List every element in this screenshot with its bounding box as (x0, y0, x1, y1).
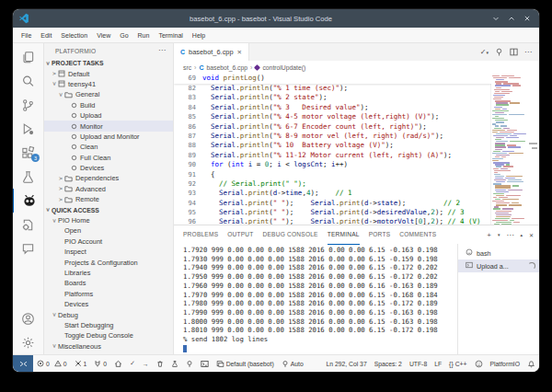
close-panel-icon[interactable]: ✕ (529, 232, 534, 238)
minimap[interactable] (490, 74, 526, 225)
code-line[interactable]: 82 Serial.println("% 1 time (sec)"); (174, 84, 491, 93)
platformio-status[interactable]: PlatformIO (487, 361, 523, 367)
explorer-icon[interactable] (13, 45, 43, 69)
panel-more-icon[interactable]: ⋯ (506, 231, 513, 239)
tree-item-start-debugging[interactable]: Start Debugging (44, 320, 173, 330)
tree-item-debug[interactable]: >Debug (44, 309, 173, 319)
chat-icon[interactable] (13, 236, 43, 260)
chevron-right-icon[interactable]: > (51, 70, 58, 77)
menu-run[interactable]: Run (133, 32, 155, 39)
panel-tab-output[interactable]: OUTPUT (227, 225, 253, 245)
tab-basebot-6-cpp[interactable]: C basebot_6.cpp ✕ (174, 43, 249, 61)
breadcrumb-item[interactable]: controlUpdate() (262, 64, 305, 71)
cursor-position[interactable]: Ln 292, Col 37 (322, 361, 370, 367)
tree-item-devices[interactable]: Devices (44, 163, 173, 173)
testing-icon[interactable] (13, 165, 43, 189)
pio-port-selector[interactable]: Auto (278, 355, 307, 372)
indentation-setting[interactable]: Spaces: 2 (371, 361, 406, 367)
pio-terminal-button[interactable] (197, 355, 213, 372)
maximize-button[interactable] (508, 15, 515, 22)
terminal-instance-upload-a-[interactable]: Upload a... (458, 259, 539, 272)
chevron-down-icon[interactable]: > (51, 311, 58, 318)
editor-more-icon[interactable]: ⋯ (524, 48, 532, 56)
code-line[interactable]: 87 Serial.println("% 8-9 motor vel (left… (174, 132, 491, 141)
code-line[interactable]: 85 Serial.println("% 4-5 motor voltage (… (174, 112, 491, 121)
minimize-button[interactable] (492, 15, 500, 22)
sidebar-more-icon[interactable]: ⋯ (158, 48, 166, 53)
chevron-right-icon[interactable]: > (57, 196, 64, 203)
menu-file[interactable]: File (17, 32, 36, 39)
tree-item-teensy41[interactable]: >teensy41 (44, 79, 173, 89)
tree-item-platforms[interactable]: Platforms (44, 289, 173, 299)
pio-upload-button[interactable]: → (139, 355, 153, 372)
code-line[interactable]: 84 Serial.println("% 3 Desired value"); (174, 103, 491, 112)
overview-ruler[interactable] (526, 74, 539, 225)
source-control-icon[interactable] (13, 93, 43, 117)
code-line[interactable]: 89 Serial.println("% 11-12 Motor current… (174, 151, 491, 160)
remote-indicator[interactable] (13, 355, 33, 372)
pio-serial-monitor-button[interactable] (182, 355, 197, 372)
code-line[interactable]: 93 Serial.print(d->time,4); // 1 (174, 189, 491, 198)
ports-status[interactable]: 0 (90, 355, 110, 372)
pio-test-button[interactable] (167, 355, 182, 372)
pio-clean-button[interactable] (153, 355, 167, 372)
pio-home-button[interactable] (110, 355, 126, 372)
tree-item-devices[interactable]: Devices (44, 299, 173, 309)
tree-item-projects-configuration[interactable]: Projects & Configuration (44, 257, 173, 267)
platformio-icon[interactable] (13, 189, 44, 213)
code-line[interactable]: 83 Serial.println("% 2 state"); (174, 93, 491, 102)
tree-item-boards[interactable]: Boards (44, 278, 173, 288)
tree-item-upload-and-monitor[interactable]: Upload and Monitor (44, 132, 173, 142)
code-line[interactable]: 88 Serial.println("% 10 Battery voltage … (174, 141, 491, 150)
tree-item-dependencies[interactable]: >Dependencies (44, 173, 173, 183)
tree-item-full-clean[interactable]: Full Clean (44, 153, 173, 163)
sticky-code-line[interactable]: 69void printLog() (174, 74, 491, 84)
breadcrumb-item[interactable]: basebot_6.cpp (206, 64, 247, 71)
tree-item-pio-account[interactable]: PIO Account (44, 236, 173, 247)
section-quick-access[interactable]: >QUICK ACCESS (44, 204, 173, 214)
tree-item-build[interactable]: Build (44, 100, 173, 110)
menu-edit[interactable]: Edit (36, 32, 56, 39)
tab-close-icon[interactable]: ✕ (237, 49, 242, 56)
serial-monitor-icon[interactable] (495, 48, 503, 56)
terminal-dropdown-icon[interactable]: ▾ (498, 232, 500, 237)
new-terminal-icon[interactable]: + (487, 231, 491, 239)
section-project-tasks[interactable]: >PROJECT TASKS (44, 58, 173, 68)
menu-go[interactable]: Go (115, 32, 132, 39)
search-icon[interactable] (13, 69, 43, 93)
code-editor[interactable]: 69void printLog() 82 Serial.println("% 1… (174, 74, 539, 225)
pio-env-selector[interactable]: Default (basebot) (213, 355, 278, 372)
tree-item-pio-home[interactable]: >PIO Home (44, 215, 173, 225)
code-line[interactable]: 86 Serial.println("% 6-7 Encoder count (… (174, 122, 491, 132)
menu-view[interactable]: View (92, 32, 115, 39)
maximize-panel-icon[interactable]: ▴ (520, 232, 523, 237)
chevron-down-icon[interactable]: > (51, 217, 58, 225)
code-line[interactable]: 91 { (174, 170, 491, 179)
run-task-icon[interactable]: ✓▾ (480, 48, 489, 56)
tree-item-open[interactable]: Open (44, 225, 173, 236)
menu-terminal[interactable]: Terminal (154, 32, 187, 39)
chevron-right-icon[interactable]: > (57, 185, 64, 192)
chevron-down-icon[interactable]: > (51, 342, 58, 350)
close-button[interactable] (523, 15, 531, 22)
chevron-down-icon[interactable]: > (51, 80, 58, 87)
tree-item-clean[interactable]: Clean (44, 142, 173, 152)
code-line[interactable]: 95 Serial.print(" "); Serial.print(d->de… (174, 208, 491, 217)
notifications-bell-icon[interactable] (523, 360, 539, 368)
account-icon[interactable] (13, 306, 43, 330)
code-line[interactable]: 92 // Serial.print(" "); (174, 179, 491, 189)
problems-status[interactable]: 0 0 (33, 355, 71, 372)
tree-item-upload[interactable]: Upload (44, 110, 173, 121)
tree-item-advanced[interactable]: >Advanced (44, 184, 173, 194)
panel-tab-debug-console[interactable]: DEBUG CONSOLE (263, 225, 318, 245)
code-line[interactable]: 96 Serial.print(" "); Serial.print(d->mo… (174, 217, 491, 225)
eol-setting[interactable]: LF (431, 361, 445, 367)
menu-help[interactable]: Help (188, 32, 210, 39)
encoding-setting[interactable]: UTF-8 (406, 361, 431, 367)
terminal-output[interactable]: 1.7920 999 0.00 0.00 0.00 1588 2016 0.00… (174, 244, 457, 354)
tree-item-remote[interactable]: >Remote (44, 194, 173, 204)
run-debug-icon[interactable] (13, 117, 43, 141)
tree-item-inspect[interactable]: Inspect (44, 247, 173, 257)
project-environment-icon[interactable] (13, 213, 43, 236)
menu-selection[interactable]: Selection (56, 32, 92, 39)
